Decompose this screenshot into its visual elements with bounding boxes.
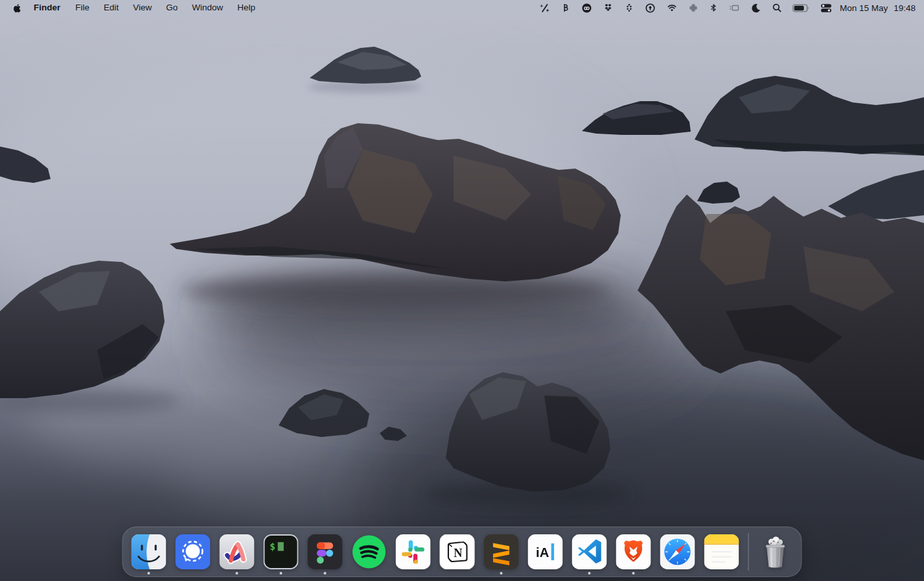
trash-papers	[768, 536, 783, 546]
setapp-dots-icon[interactable]	[619, 0, 640, 16]
dock: $ N iA	[122, 527, 802, 577]
running-indicator	[588, 572, 591, 575]
svg-text:N: N	[454, 547, 462, 560]
dock-safari[interactable]	[660, 534, 695, 569]
menu-view[interactable]: View	[126, 0, 159, 16]
dock-ia-writer[interactable]: iA	[528, 534, 563, 569]
bluetooth-icon[interactable]	[704, 0, 723, 16]
health-plus-icon[interactable]	[683, 0, 704, 16]
adobe-creative-cloud-icon[interactable]	[576, 0, 597, 16]
apple-logo-icon	[12, 3, 22, 14]
wallpaper-image	[0, 0, 924, 581]
desktop[interactable]: Finder File Edit View Go Window Help	[0, 0, 924, 581]
menu-help[interactable]: Help	[230, 0, 262, 16]
running-indicator	[324, 572, 327, 575]
dropbox-icon[interactable]	[597, 0, 619, 16]
dock-finder[interactable]	[132, 534, 167, 569]
dock-spotify[interactable]	[352, 534, 387, 569]
running-indicator	[500, 572, 503, 575]
menu-edit[interactable]: Edit	[97, 0, 126, 16]
dock-divider	[748, 533, 749, 571]
menu-go[interactable]: Go	[159, 0, 185, 16]
dock-sublime-text[interactable]	[484, 534, 519, 569]
wifi-icon[interactable]	[661, 0, 683, 16]
apple-menu[interactable]	[12, 3, 22, 14]
menu-bar: Finder File Edit View Go Window Help	[0, 0, 924, 16]
dock-notion[interactable]: N	[440, 534, 475, 569]
dock-figma[interactable]	[308, 534, 343, 569]
dock-brave[interactable]	[616, 534, 651, 569]
dock-terminal[interactable]: $	[264, 534, 299, 569]
hidden-items-icon[interactable]	[723, 0, 745, 16]
focus-moon-icon[interactable]	[745, 0, 767, 16]
dock-vscode[interactable]	[572, 534, 607, 569]
dock-notes[interactable]	[704, 534, 739, 569]
clock-time: 19:48	[894, 3, 916, 13]
running-indicator	[632, 572, 635, 575]
dock-trash[interactable]	[758, 533, 793, 571]
clock-date: Mon 15 May	[840, 3, 888, 13]
flag-loops-icon[interactable]	[555, 0, 576, 16]
dock-arc[interactable]	[220, 534, 255, 569]
dock-signal[interactable]	[176, 534, 211, 569]
running-indicator	[280, 572, 283, 575]
one-password-icon[interactable]	[640, 0, 661, 16]
sparkles-slash-icon[interactable]	[534, 0, 555, 16]
control-center-icon[interactable]	[815, 0, 837, 16]
dock-slack[interactable]	[396, 534, 431, 569]
battery-icon[interactable]	[787, 0, 815, 16]
menu-app-name[interactable]: Finder	[26, 0, 68, 16]
spotlight-search-icon[interactable]	[767, 0, 787, 16]
menu-clock[interactable]: Mon 15 May 19:48	[840, 3, 916, 13]
svg-text:$: $	[270, 541, 275, 552]
menu-file[interactable]: File	[68, 0, 97, 16]
running-indicator	[148, 572, 150, 575]
svg-text:iA: iA	[536, 545, 549, 560]
running-indicator	[236, 572, 238, 575]
menu-window[interactable]: Window	[185, 0, 230, 16]
